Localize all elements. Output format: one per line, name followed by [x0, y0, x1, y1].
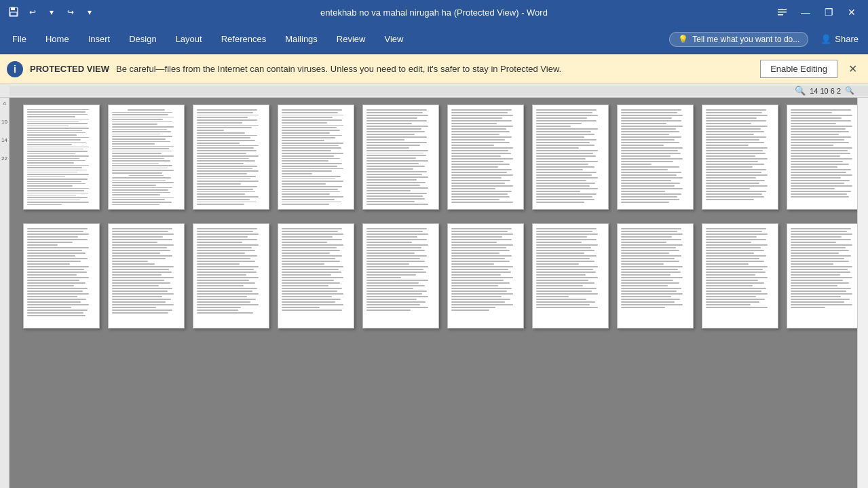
- tab-view[interactable]: View: [375, 24, 413, 54]
- share-button[interactable]: 👤 Share: [814, 31, 865, 47]
- tab-insert[interactable]: Insert: [79, 24, 120, 54]
- horizontal-ruler: 🔍 14 10 6 2 🔍: [0, 84, 868, 98]
- svg-rect-3: [778, 9, 787, 10]
- svg-rect-1: [11, 7, 15, 10]
- page-thumbnail-20[interactable]: [787, 223, 857, 329]
- page-thumbnail-1[interactable]: [23, 105, 100, 210]
- close-button[interactable]: ✕: [841, 3, 863, 22]
- svg-rect-2: [10, 12, 17, 16]
- page-thumbnail-5[interactable]: [362, 105, 439, 210]
- save-button[interactable]: [5, 4, 22, 20]
- tab-design[interactable]: Design: [119, 24, 166, 54]
- page-thumbnail-10[interactable]: [787, 105, 857, 210]
- pages-row-2: [23, 223, 844, 329]
- redo-button[interactable]: ↪: [62, 4, 79, 20]
- tell-me-text: Tell me what you want to do...: [692, 35, 799, 44]
- ribbon-collapse-button[interactable]: [772, 3, 793, 22]
- protected-view-icon: i: [7, 61, 23, 77]
- pages-row-1: [23, 105, 844, 210]
- svg-rect-4: [778, 12, 787, 13]
- protected-view-message: Be careful—files from the Internet can c…: [116, 64, 753, 74]
- title-bar: ↩ ▾ ↪ ▾ entekhab no va mahal nirugah ha …: [0, 0, 868, 24]
- lightbulb-icon: 💡: [678, 35, 688, 44]
- page-thumbnail-18[interactable]: [617, 223, 694, 329]
- customize-qa[interactable]: ▾: [81, 4, 98, 20]
- page-thumbnail-11[interactable]: [23, 223, 100, 329]
- quick-access-toolbar: ↩ ▾ ↪ ▾: [5, 4, 98, 20]
- main-content: 4 10 14 22: [0, 98, 868, 488]
- zoom-increase-icon: 🔍: [845, 86, 854, 95]
- page-thumbnail-14[interactable]: [278, 223, 354, 329]
- ribbon-right: 💡 Tell me what you want to do... 👤 Share: [669, 31, 865, 47]
- undo-dropdown[interactable]: ▾: [43, 4, 60, 20]
- zoom-numbers: 14 10 6 2: [810, 87, 841, 95]
- restore-button[interactable]: ❐: [818, 3, 839, 22]
- page-thumbnail-7[interactable]: [532, 105, 609, 210]
- vertical-ruler: 4 10 14 22: [0, 98, 10, 488]
- window-controls: — ❐ ✕: [772, 3, 863, 22]
- zoom-decrease-icon: 🔍: [795, 86, 806, 96]
- tab-review[interactable]: Review: [327, 24, 375, 54]
- share-label: Share: [835, 34, 858, 44]
- page-thumbnail-9[interactable]: [702, 105, 778, 210]
- protected-view-label: PROTECTED VIEW: [30, 64, 109, 74]
- ribbon-tabs: File Home Insert Design Layout Reference…: [3, 24, 413, 54]
- undo-button[interactable]: ↩: [24, 4, 41, 20]
- tab-file[interactable]: File: [3, 24, 36, 54]
- tell-me-box[interactable]: 💡 Tell me what you want to do...: [669, 32, 808, 47]
- share-icon: 👤: [820, 34, 831, 44]
- tab-layout[interactable]: Layout: [166, 24, 212, 54]
- pages-grid: [23, 105, 844, 329]
- page-thumbnail-15[interactable]: [362, 223, 439, 329]
- right-panel: [857, 98, 868, 488]
- tab-mailings[interactable]: Mailings: [276, 24, 327, 54]
- protected-view-bar: i PROTECTED VIEW Be careful—files from t…: [0, 54, 868, 84]
- close-protected-bar-button[interactable]: ✕: [844, 61, 861, 77]
- page-thumbnail-19[interactable]: [702, 223, 778, 329]
- zoom-level-display: 🔍 14 10 6 2 🔍: [795, 86, 854, 96]
- tab-references[interactable]: References: [212, 24, 276, 54]
- page-thumbnail-3[interactable]: [193, 105, 269, 210]
- page-thumbnail-17[interactable]: [532, 223, 609, 329]
- page-thumbnail-6[interactable]: [447, 105, 524, 210]
- svg-rect-5: [778, 14, 783, 16]
- page-thumbnail-8[interactable]: [617, 105, 694, 210]
- page-thumbnail-16[interactable]: [447, 223, 524, 329]
- page-thumbnail-4[interactable]: [278, 105, 354, 210]
- ribbon: File Home Insert Design Layout Reference…: [0, 24, 868, 54]
- minimize-button[interactable]: —: [795, 3, 816, 22]
- page-thumbnail-13[interactable]: [193, 223, 269, 329]
- enable-editing-button[interactable]: Enable Editing: [760, 60, 837, 78]
- window-title: entekhab no va mahal nirugah ha (Protect…: [320, 7, 548, 18]
- document-area[interactable]: [10, 98, 857, 488]
- tab-home[interactable]: Home: [36, 24, 79, 54]
- page-thumbnail-12[interactable]: [108, 223, 185, 329]
- page-thumbnail-2[interactable]: [108, 105, 185, 210]
